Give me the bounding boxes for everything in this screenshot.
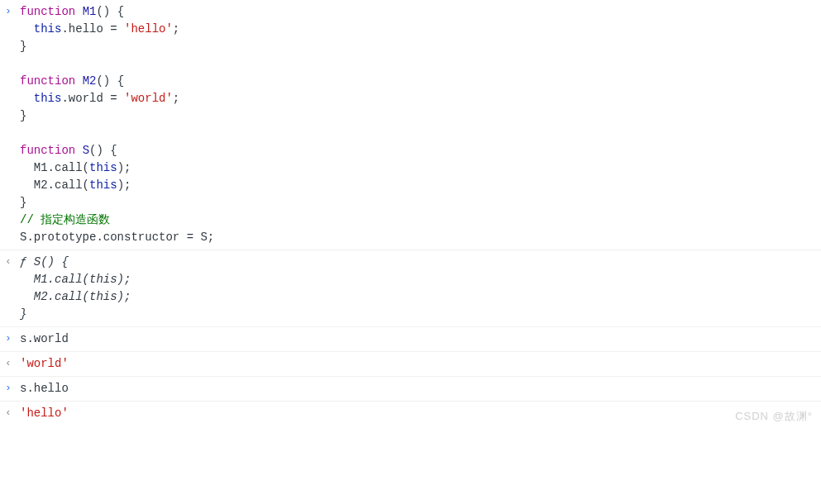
console-output-entry: ‹ƒ S() { M1.call(this); M2.call(this); } bbox=[0, 250, 821, 327]
console-output: ›function M1() { this.hello = 'hello'; }… bbox=[0, 0, 821, 426]
code-content: s.world bbox=[20, 330, 69, 348]
console-input-entry: ›function M1() { this.hello = 'hello'; }… bbox=[0, 0, 821, 250]
console-prompt-row[interactable]: › bbox=[0, 426, 821, 432]
watermark-text: CSDN @故渊° bbox=[735, 408, 813, 425]
console-output-entry: ‹'hello' bbox=[0, 402, 821, 426]
input-marker-icon: › bbox=[5, 330, 12, 347]
code-content: 'world' bbox=[20, 355, 69, 373]
input-marker-icon: › bbox=[5, 3, 12, 20]
console-input-entry: ›s.world bbox=[0, 327, 821, 352]
code-content: ƒ S() { M1.call(this); M2.call(this); } bbox=[20, 254, 131, 323]
prompt-marker-icon: › bbox=[5, 429, 12, 432]
output-marker-icon: ‹ bbox=[5, 355, 12, 372]
code-content: s.hello bbox=[20, 380, 69, 397]
console-output-entry: ‹'world' bbox=[0, 352, 821, 377]
input-marker-icon: › bbox=[5, 380, 12, 397]
code-content: function M1() { this.hello = 'hello'; } … bbox=[20, 3, 214, 246]
output-marker-icon: ‹ bbox=[5, 405, 12, 421]
output-marker-icon: ‹ bbox=[5, 254, 12, 270]
console-input-entry: ›s.hello bbox=[0, 377, 821, 402]
code-content: 'hello' bbox=[20, 405, 69, 422]
